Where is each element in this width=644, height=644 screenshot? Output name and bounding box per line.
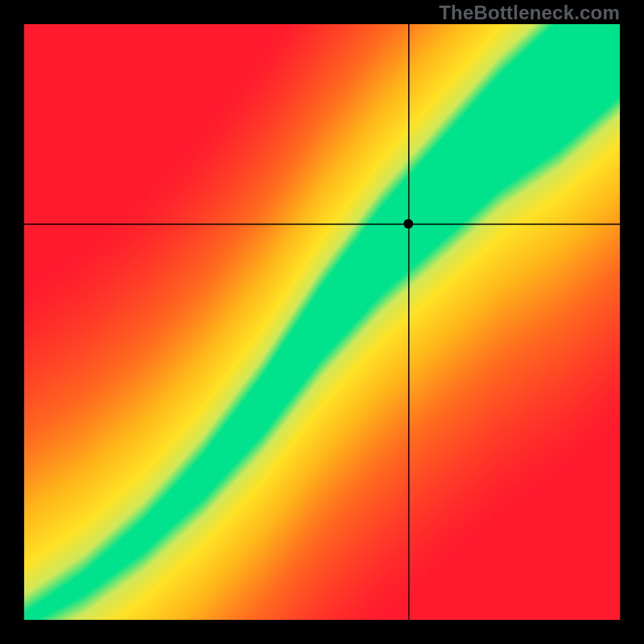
bottleneck-heatmap [0, 0, 644, 644]
heatmap-container: TheBottleneck.com [0, 0, 644, 644]
watermark-text: TheBottleneck.com [439, 2, 620, 24]
